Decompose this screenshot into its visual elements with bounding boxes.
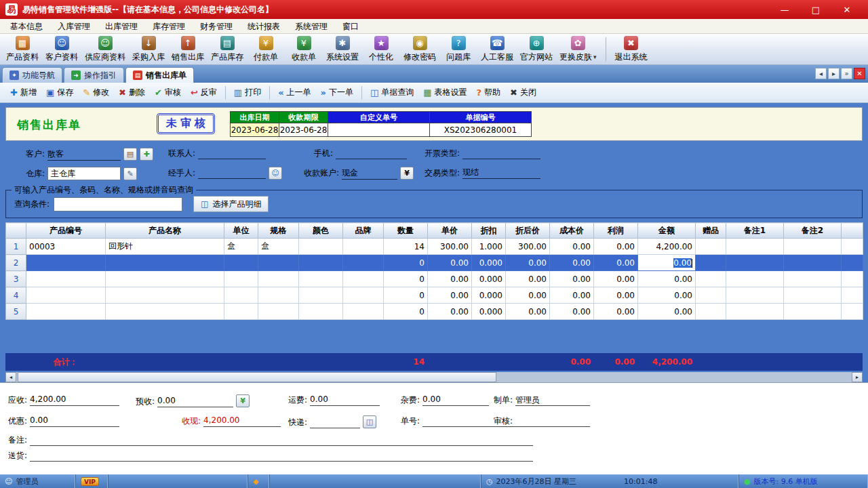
prepaid-money-icon[interactable]: ¥ (236, 394, 250, 407)
toolbar-sales-out[interactable]: ↑销售出库 (168, 35, 208, 64)
menu-outbound[interactable]: 出库管理 (98, 20, 145, 33)
cell-brand[interactable] (343, 271, 384, 287)
column-header-disc_price[interactable]: 折后价 (506, 223, 550, 239)
action-close[interactable]: ✖关闭 (505, 85, 541, 100)
cell-brand[interactable] (343, 255, 384, 271)
cell-discount[interactable]: 0.000 (472, 255, 506, 271)
toolbar-product-stock[interactable]: ▤产品库存 (208, 35, 247, 64)
column-header-unit[interactable]: 单位 (224, 223, 258, 239)
cell-cost[interactable]: 0.00 (550, 287, 594, 304)
cell-unit[interactable] (224, 287, 258, 304)
action-save[interactable]: ▣保存 (41, 85, 78, 100)
row-number-cell[interactable]: 3 (6, 271, 26, 287)
action-prev-order[interactable]: «上一单 (273, 85, 315, 100)
cell-name[interactable] (106, 255, 224, 271)
cell-qty[interactable]: 0 (384, 287, 428, 304)
toolbar-customer-info[interactable]: ☺客户资料 (42, 35, 81, 64)
toolbar-question-bank[interactable]: ?问题库 (439, 35, 477, 64)
cell-note1[interactable] (726, 271, 784, 287)
cell-gift[interactable] (696, 287, 726, 304)
custom-no-field[interactable] (328, 123, 430, 137)
cell-disc_price[interactable]: 0.00 (506, 287, 550, 304)
cell-code[interactable] (26, 304, 106, 320)
cell-color[interactable] (299, 287, 343, 304)
cell-cost[interactable]: 0.00 (550, 271, 594, 287)
row-number-cell[interactable]: 2 (6, 255, 26, 271)
menu-window[interactable]: 窗口 (335, 20, 366, 33)
mobile-input[interactable] (336, 148, 407, 159)
cell-spec[interactable] (258, 271, 299, 287)
column-header-gift[interactable]: 赠品 (696, 223, 726, 239)
cell-disc_price[interactable]: 0.00 (506, 255, 550, 271)
row-number-cell[interactable]: 4 (6, 287, 26, 304)
action-delete[interactable]: ✖删除 (114, 85, 150, 100)
cell-name[interactable] (106, 287, 224, 304)
column-header-name[interactable]: 产品名称 (106, 223, 224, 239)
cell-spec[interactable] (258, 287, 299, 304)
cash-value[interactable]: 4,200.00 (203, 415, 281, 427)
yuan-icon[interactable]: ¥ (400, 167, 414, 180)
toolbar-personalize[interactable]: ★个性化 (362, 35, 400, 64)
tab-close-icon[interactable]: ✕ (854, 68, 865, 79)
cell-cost[interactable]: 0.00 (550, 304, 594, 320)
tab-sales-outbound-order[interactable]: ▤销售出库单 (125, 67, 194, 83)
action-help[interactable]: ?帮助 (472, 85, 506, 100)
cell-color[interactable] (299, 255, 343, 271)
cell-note1[interactable] (726, 239, 784, 255)
cell-color[interactable] (299, 239, 343, 255)
remark-value[interactable] (30, 434, 533, 446)
scroll-left-icon[interactable]: ◂ (5, 372, 16, 382)
tab-scroll-left-icon[interactable]: ◂ (815, 68, 827, 79)
cell-price[interactable]: 300.00 (428, 239, 472, 255)
menu-finance[interactable]: 财务管理 (193, 20, 240, 33)
cell-note1[interactable] (726, 304, 784, 320)
cell-brand[interactable] (343, 239, 384, 255)
cell-price[interactable]: 0.00 (428, 304, 472, 320)
cell-discount[interactable]: 0.000 (472, 304, 506, 320)
cell-note2[interactable] (784, 304, 842, 320)
column-header-note1[interactable]: 备注1 (726, 223, 784, 239)
warehouse-edit-icon[interactable]: ✎ (123, 167, 137, 180)
row-number-cell[interactable]: 5 (6, 304, 26, 320)
scroll-right-icon[interactable]: ▸ (852, 372, 863, 382)
cell-qty[interactable]: 14 (384, 239, 428, 255)
cell-unit[interactable] (224, 271, 258, 287)
toolbar-change-password[interactable]: ◉修改密码 (400, 35, 439, 64)
handler-person-icon[interactable]: ☺ (269, 167, 282, 180)
cell-disc_price[interactable]: 0.00 (506, 304, 550, 320)
scrollbar-thumb[interactable] (18, 372, 496, 382)
cell-amount[interactable]: 0.00 (638, 287, 696, 304)
column-header-amount[interactable]: 金额 (638, 223, 696, 239)
toolbar-product-info[interactable]: ▦产品资料 (3, 35, 42, 64)
cell-disc_price[interactable]: 300.00 (506, 239, 550, 255)
select-products-button[interactable]: ◫ 选择产品明细 (193, 196, 269, 212)
menu-inventory[interactable]: 库存管理 (145, 20, 193, 33)
cell-gift[interactable] (696, 255, 726, 271)
cell-qty[interactable]: 0 (384, 271, 428, 287)
cell-cost[interactable]: 0.00 (550, 255, 594, 271)
close-button[interactable]: ✕ (831, 0, 863, 19)
action-audit[interactable]: ✔审核 (150, 85, 186, 100)
toolbar-purchase-in[interactable]: ↓采购入库 (129, 35, 168, 64)
cell-amount[interactable]: 0.00 (638, 255, 696, 271)
cell-profit[interactable]: 0.00 (594, 239, 638, 255)
tab-operation-guide[interactable]: ➜操作指引 (64, 67, 124, 83)
tab-scroll-right-icon[interactable]: ▸ (828, 68, 840, 79)
cell-price[interactable]: 0.00 (428, 271, 472, 287)
action-edit[interactable]: ✎修改 (78, 85, 114, 100)
cell-note2[interactable] (784, 239, 842, 255)
freight-value[interactable]: 0.00 (310, 394, 380, 406)
contact-input[interactable] (198, 148, 266, 159)
column-header-color[interactable]: 颜色 (299, 223, 343, 239)
cell-gift[interactable] (696, 239, 726, 255)
toolbar-system-settings[interactable]: ✱系统设置 (323, 35, 362, 64)
cell-discount[interactable]: 0.000 (472, 287, 506, 304)
due-date-field[interactable]: 2023-06-28 (279, 123, 328, 137)
cell-spec[interactable]: 盒 (258, 239, 299, 255)
cell-disc_price[interactable]: 0.00 (506, 271, 550, 287)
cell-code[interactable]: 00003 (26, 239, 106, 255)
horizontal-scrollbar[interactable]: ◂ ▸ (5, 372, 863, 382)
order-no-field[interactable]: XS202306280001 (430, 123, 532, 137)
column-header-profit[interactable]: 利润 (594, 223, 638, 239)
discount-value[interactable]: 0.00 (30, 415, 119, 427)
